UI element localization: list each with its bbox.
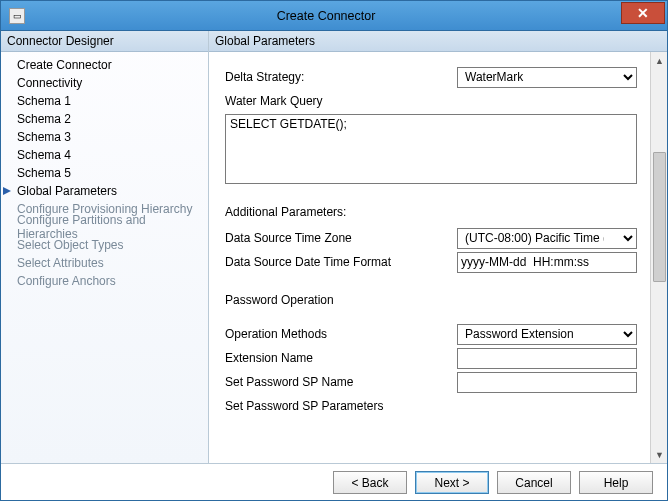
additional-parameters-label: Additional Parameters: (225, 205, 644, 219)
set-password-sp-name-label: Set Password SP Name (225, 375, 457, 389)
ds-datetime-format-input[interactable] (457, 252, 637, 273)
water-mark-query-label: Water Mark Query (225, 94, 457, 108)
step-configure-anchors: Configure Anchors (1, 272, 208, 290)
title-bar: ▭ Create Connector ✕ (1, 1, 667, 31)
extension-name-label: Extension Name (225, 351, 457, 365)
wizard-steps: Create Connector Connectivity Schema 1 S… (1, 52, 208, 290)
step-schema-5[interactable]: Schema 5 (1, 164, 208, 182)
step-configure-partitions-hierarchies: Configure Partitions and Hierarchies (1, 218, 208, 236)
set-password-sp-name-input[interactable] (457, 372, 637, 393)
scroll-down-arrow-icon[interactable]: ▼ (651, 446, 667, 463)
ds-timezone-label: Data Source Time Zone (225, 231, 457, 245)
next-button[interactable]: Next > (415, 471, 489, 494)
delta-strategy-label: Delta Strategy: (225, 70, 457, 84)
close-button[interactable]: ✕ (621, 2, 665, 24)
step-schema-2[interactable]: Schema 2 (1, 110, 208, 128)
ds-datetime-format-label: Data Source Date Time Format (225, 255, 457, 269)
step-schema-3[interactable]: Schema 3 (1, 128, 208, 146)
scroll-thumb[interactable] (653, 152, 666, 282)
password-operation-label: Password Operation (225, 293, 644, 307)
connector-designer-sidebar: Connector Designer Create Connector Conn… (1, 31, 209, 463)
step-select-object-types: Select Object Types (1, 236, 208, 254)
vertical-scrollbar[interactable]: ▲ ▼ (650, 52, 667, 463)
extension-name-input[interactable] (457, 348, 637, 369)
operation-methods-select[interactable]: Password Extension (457, 324, 637, 345)
wizard-footer: < Back Next > Cancel Help (1, 463, 667, 501)
sidebar-header: Connector Designer (1, 31, 208, 52)
delta-strategy-select[interactable]: WaterMark (457, 67, 637, 88)
form-area: Delta Strategy: WaterMark Water Mark Que… (209, 52, 650, 463)
step-select-attributes: Select Attributes (1, 254, 208, 272)
window-title: Create Connector (31, 9, 621, 23)
cancel-button[interactable]: Cancel (497, 471, 571, 494)
operation-methods-label: Operation Methods (225, 327, 457, 341)
main-header: Global Parameters (209, 31, 667, 52)
step-schema-1[interactable]: Schema 1 (1, 92, 208, 110)
step-global-parameters[interactable]: Global Parameters (1, 182, 208, 200)
step-create-connector[interactable]: Create Connector (1, 56, 208, 74)
water-mark-query-input[interactable] (225, 114, 637, 184)
scroll-up-arrow-icon[interactable]: ▲ (651, 52, 667, 69)
app-icon: ▭ (9, 8, 25, 24)
step-schema-4[interactable]: Schema 4 (1, 146, 208, 164)
ds-timezone-select[interactable]: (UTC-08:00) Pacific Time (US & C (457, 228, 637, 249)
step-connectivity[interactable]: Connectivity (1, 74, 208, 92)
help-button[interactable]: Help (579, 471, 653, 494)
set-password-sp-params-label: Set Password SP Parameters (225, 399, 457, 413)
back-button[interactable]: < Back (333, 471, 407, 494)
main-panel: Global Parameters Delta Strategy: WaterM… (209, 31, 667, 463)
